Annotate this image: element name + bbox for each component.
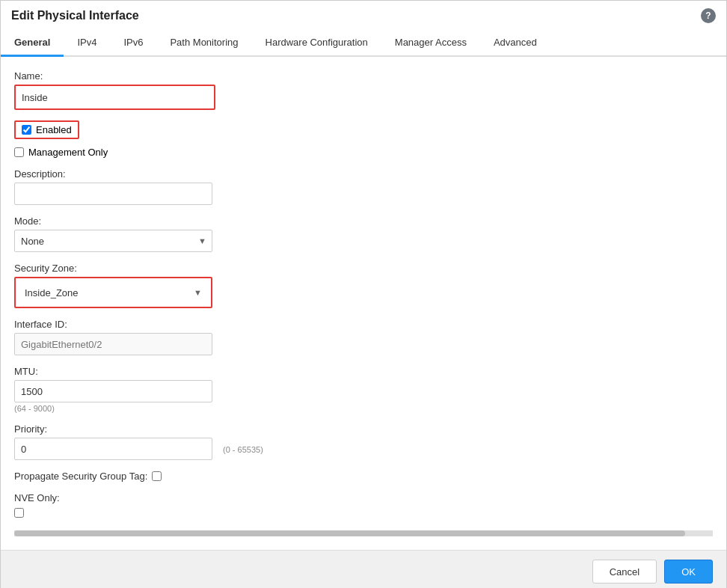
mtu-label: MTU: <box>14 366 713 377</box>
interface-id-input <box>14 333 212 355</box>
interface-id-group: Interface ID: <box>14 319 713 355</box>
tab-hardware-configuration[interactable]: Hardware Configuration <box>252 29 381 55</box>
management-only-label: Management Only <box>28 147 108 158</box>
propagate-label: Propagate Security Group Tag: <box>14 471 147 482</box>
security-zone-select[interactable]: Inside_Zone Outside_Zone DMZ_Zone <box>19 281 208 304</box>
ok-button[interactable]: OK <box>664 560 713 584</box>
priority-label: Priority: <box>14 423 713 435</box>
interface-id-label: Interface ID: <box>14 319 713 330</box>
mode-label: Mode: <box>14 215 713 227</box>
nve-checkbox[interactable] <box>14 508 24 518</box>
tab-general[interactable]: General <box>1 29 64 55</box>
name-field-wrapper <box>14 85 215 110</box>
description-label: Description: <box>14 168 713 180</box>
security-zone-label: Security Zone: <box>14 263 713 274</box>
priority-hint: (0 - 65535) <box>223 445 263 454</box>
edit-physical-interface-dialog: Edit Physical Interface ? General IPv4 I… <box>0 0 727 588</box>
mtu-hint: (64 - 9000) <box>14 404 713 413</box>
enabled-label: Enabled <box>36 124 72 135</box>
name-input[interactable] <box>16 86 214 108</box>
enabled-checkbox[interactable] <box>22 125 31 135</box>
dialog-title: Edit Physical Interface <box>11 9 139 22</box>
security-zone-wrapper: Inside_Zone Outside_Zone DMZ_Zone ▼ <box>14 277 212 308</box>
scrollbar-thumb[interactable] <box>14 530 685 536</box>
tabs-bar: General IPv4 IPv6 Path Monitoring Hardwa… <box>1 29 726 57</box>
enabled-checkbox-wrapper: Enabled <box>14 120 79 139</box>
nve-label: NVE Only: <box>14 492 713 503</box>
mtu-input[interactable] <box>14 380 212 402</box>
cancel-button[interactable]: Cancel <box>592 560 657 584</box>
propagate-checkbox[interactable] <box>152 471 162 481</box>
name-label: Name: <box>14 70 713 82</box>
tab-path-monitoring[interactable]: Path Monitoring <box>156 29 251 55</box>
mode-select[interactable]: None Inline Passive Erspan <box>14 230 212 252</box>
priority-row: (0 - 65535) <box>14 438 713 460</box>
management-only-row: Management Only <box>14 147 713 158</box>
enabled-wrapper: Enabled <box>14 120 713 139</box>
nve-row: NVE Only: <box>14 492 713 520</box>
security-zone-group: Security Zone: Inside_Zone Outside_Zone … <box>14 263 713 308</box>
dialog-body: Name: Enabled Management Only Descriptio… <box>1 57 726 550</box>
scrollbar-track <box>14 530 713 536</box>
tab-ipv4[interactable]: IPv4 <box>64 29 110 55</box>
management-only-checkbox[interactable] <box>14 147 24 157</box>
priority-input[interactable] <box>14 438 212 460</box>
tab-manager-access[interactable]: Manager Access <box>381 29 480 55</box>
help-icon[interactable]: ? <box>701 8 716 23</box>
dialog-header: Edit Physical Interface ? <box>1 1 726 29</box>
tab-ipv6[interactable]: IPv6 <box>110 29 156 55</box>
description-input[interactable] <box>14 183 212 205</box>
mode-select-wrapper: None Inline Passive Erspan ▼ <box>14 230 212 252</box>
description-group: Description: <box>14 168 713 205</box>
security-zone-select-wrapper: Inside_Zone Outside_Zone DMZ_Zone ▼ <box>19 281 208 304</box>
priority-group: Priority: (0 - 65535) <box>14 423 713 460</box>
mtu-group: MTU: (64 - 9000) <box>14 366 713 413</box>
dialog-footer: Cancel OK <box>1 550 726 588</box>
propagate-row: Propagate Security Group Tag: <box>14 471 713 482</box>
name-group: Name: <box>14 70 713 110</box>
tab-advanced[interactable]: Advanced <box>480 29 550 55</box>
mode-group: Mode: None Inline Passive Erspan ▼ <box>14 215 713 252</box>
